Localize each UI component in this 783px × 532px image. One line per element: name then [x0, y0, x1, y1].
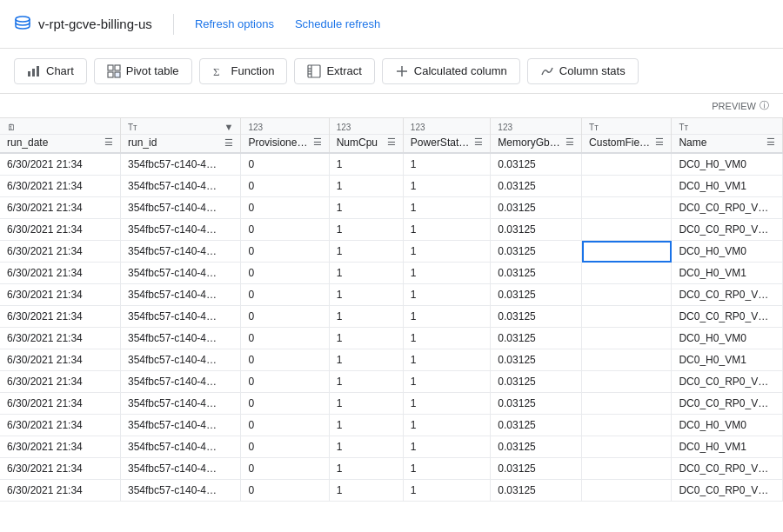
cell-powerstat[interactable]: 1 — [403, 263, 491, 284]
cell-memorygb[interactable]: 0.03125 — [491, 306, 582, 328]
cell-run_id[interactable]: 354fbc57-c140-4… — [120, 480, 240, 502]
table-row[interactable]: 6/30/2021 21:34354fbc57-c140-4…0110.0312… — [0, 263, 783, 284]
cell-name[interactable]: DC0_C0_RP0_V… — [672, 197, 783, 219]
cell-numcpu[interactable]: 1 — [329, 219, 403, 241]
cell-memorygb[interactable]: 0.03125 — [491, 197, 582, 219]
cell-provisioned[interactable]: 0 — [241, 263, 329, 284]
cell-provisioned[interactable]: 0 — [241, 219, 329, 241]
memorygb-filter-icon[interactable]: ☰ — [566, 136, 574, 148]
cell-powerstat[interactable]: 1 — [403, 393, 491, 415]
cell-powerstat[interactable]: 1 — [403, 371, 491, 393]
cell-powerstat[interactable]: 1 — [403, 176, 491, 197]
cell-name[interactable]: DC0_C0_RP0_V… — [672, 371, 783, 393]
cell-customfie[interactable] — [582, 197, 672, 219]
cell-provisioned[interactable]: 0 — [241, 480, 329, 502]
table-row[interactable]: 6/30/2021 21:34354fbc57-c140-4…0110.0312… — [0, 458, 783, 480]
cell-numcpu[interactable]: 1 — [329, 176, 403, 197]
cell-powerstat[interactable]: 1 — [403, 436, 491, 458]
cell-provisioned[interactable]: 0 — [241, 176, 329, 197]
cell-provisioned[interactable]: 0 — [241, 241, 329, 263]
table-row[interactable]: 6/30/2021 21:34354fbc57-c140-4…0110.0312… — [0, 371, 783, 393]
cell-provisioned[interactable]: 0 — [241, 393, 329, 415]
table-row[interactable]: 6/30/2021 21:34354fbc57-c140-4…0110.0312… — [0, 306, 783, 328]
table-row[interactable]: 6/30/2021 21:34354fbc57-c140-4…0110.0312… — [0, 284, 783, 306]
cell-customfie[interactable] — [582, 480, 672, 502]
cell-provisioned[interactable]: 0 — [241, 153, 329, 176]
cell-provisioned[interactable]: 0 — [241, 328, 329, 349]
cell-numcpu[interactable]: 1 — [329, 436, 403, 458]
cell-customfie[interactable] — [582, 306, 672, 328]
customfie-filter-icon[interactable]: ☰ — [655, 136, 664, 148]
refresh-options-link[interactable]: Refresh options — [195, 17, 274, 30]
cell-memorygb[interactable]: 0.03125 — [491, 393, 582, 415]
cell-numcpu[interactable]: 1 — [329, 328, 403, 349]
function-button[interactable]: Σ Function — [199, 58, 288, 84]
schedule-refresh-link[interactable]: Schedule refresh — [295, 17, 380, 30]
cell-run_date[interactable]: 6/30/2021 21:34 — [0, 480, 120, 502]
cell-run_date[interactable]: 6/30/2021 21:34 — [0, 153, 120, 176]
cell-numcpu[interactable]: 1 — [329, 393, 403, 415]
cell-run_id[interactable]: 354fbc57-c140-4… — [120, 306, 240, 328]
cell-memorygb[interactable]: 0.03125 — [491, 241, 582, 263]
cell-powerstat[interactable]: 1 — [403, 458, 491, 480]
cell-memorygb[interactable]: 0.03125 — [491, 371, 582, 393]
cell-run_date[interactable]: 6/30/2021 21:34 — [0, 219, 120, 241]
cell-memorygb[interactable]: 0.03125 — [491, 153, 582, 176]
cell-numcpu[interactable]: 1 — [329, 371, 403, 393]
provisioned-filter-icon[interactable]: ☰ — [313, 136, 322, 148]
cell-run_id[interactable]: 354fbc57-c140-4… — [120, 436, 240, 458]
cell-powerstat[interactable]: 1 — [403, 328, 491, 349]
cell-customfie[interactable] — [582, 176, 672, 197]
cell-memorygb[interactable]: 0.03125 — [491, 263, 582, 284]
table-row[interactable]: 6/30/2021 21:34354fbc57-c140-4…0110.0312… — [0, 415, 783, 436]
extract-button[interactable]: Extract — [294, 58, 374, 84]
cell-powerstat[interactable]: 1 — [403, 306, 491, 328]
cell-run_id[interactable]: 354fbc57-c140-4… — [120, 349, 240, 371]
cell-customfie[interactable] — [582, 349, 672, 371]
table-wrapper[interactable]: 🗓 run_date ☰ Tт ▼ run_id — [0, 118, 783, 532]
cell-run_id[interactable]: 354fbc57-c140-4… — [120, 458, 240, 480]
cell-customfie[interactable] — [582, 284, 672, 306]
table-row[interactable]: 6/30/2021 21:34354fbc57-c140-4…0110.0312… — [0, 480, 783, 502]
cell-name[interactable]: DC0_H0_VM1 — [672, 436, 783, 458]
cell-run_id[interactable]: 354fbc57-c140-4… — [120, 263, 240, 284]
cell-name[interactable]: DC0_C0_RP0_V… — [672, 219, 783, 241]
cell-run_date[interactable]: 6/30/2021 21:34 — [0, 458, 120, 480]
cell-run_id[interactable]: 354fbc57-c140-4… — [120, 371, 240, 393]
cell-run_date[interactable]: 6/30/2021 21:34 — [0, 197, 120, 219]
table-row[interactable]: 6/30/2021 21:34354fbc57-c140-4…0110.0312… — [0, 436, 783, 458]
cell-provisioned[interactable]: 0 — [241, 371, 329, 393]
cell-run_date[interactable]: 6/30/2021 21:34 — [0, 349, 120, 371]
cell-powerstat[interactable]: 1 — [403, 284, 491, 306]
cell-run_date[interactable]: 6/30/2021 21:34 — [0, 306, 120, 328]
table-row[interactable]: 6/30/2021 21:34354fbc57-c140-4…0110.0312… — [0, 328, 783, 349]
run_id-filter-dropdown-icon[interactable]: ▼ — [224, 122, 234, 132]
table-row[interactable]: 6/30/2021 21:34354fbc57-c140-4…0110.0312… — [0, 393, 783, 415]
cell-customfie[interactable] — [582, 415, 672, 436]
cell-name[interactable]: DC0_H0_VM0 — [672, 328, 783, 349]
cell-run_id[interactable]: 354fbc57-c140-4… — [120, 393, 240, 415]
cell-provisioned[interactable]: 0 — [241, 458, 329, 480]
cell-run_id[interactable]: 354fbc57-c140-4… — [120, 197, 240, 219]
cell-run_date[interactable]: 6/30/2021 21:34 — [0, 328, 120, 349]
cell-numcpu[interactable]: 1 — [329, 458, 403, 480]
cell-memorygb[interactable]: 0.03125 — [491, 219, 582, 241]
cell-numcpu[interactable]: 1 — [329, 241, 403, 263]
cell-powerstat[interactable]: 1 — [403, 415, 491, 436]
cell-memorygb[interactable]: 0.03125 — [491, 415, 582, 436]
cell-numcpu[interactable]: 1 — [329, 480, 403, 502]
cell-run_id[interactable]: 354fbc57-c140-4… — [120, 176, 240, 197]
table-row[interactable]: 6/30/2021 21:34354fbc57-c140-4…0110.0312… — [0, 349, 783, 371]
cell-name[interactable]: DC0_C0_RP0_V… — [672, 284, 783, 306]
cell-run_date[interactable]: 6/30/2021 21:34 — [0, 263, 120, 284]
cell-provisioned[interactable]: 0 — [241, 415, 329, 436]
cell-run_date[interactable]: 6/30/2021 21:34 — [0, 393, 120, 415]
cell-name[interactable]: DC0_C0_RP0_V… — [672, 306, 783, 328]
cell-powerstat[interactable]: 1 — [403, 349, 491, 371]
cell-numcpu[interactable]: 1 — [329, 263, 403, 284]
cell-powerstat[interactable]: 1 — [403, 241, 491, 263]
cell-customfie[interactable] — [582, 328, 672, 349]
cell-name[interactable]: DC0_C0_RP0_V… — [672, 480, 783, 502]
cell-provisioned[interactable]: 0 — [241, 436, 329, 458]
cell-run_id[interactable]: 354fbc57-c140-4… — [120, 219, 240, 241]
